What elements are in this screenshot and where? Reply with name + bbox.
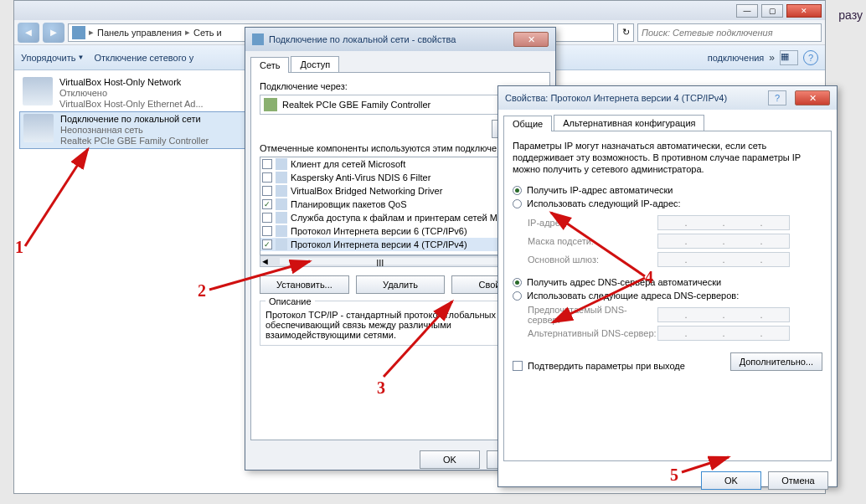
component-icon (276, 198, 287, 210)
close-button[interactable]: ✕ (513, 32, 549, 47)
component-label: Планировщик пакетов QoS (291, 199, 407, 209)
component-label: Протокол Интернета версии 4 (TCP/IPv4) (291, 239, 467, 249)
network-adapter-icon (23, 114, 54, 142)
annotation-number: 5 (670, 465, 678, 485)
remove-button[interactable]: Удалить (356, 275, 446, 294)
dialog-titlebar: Подключение по локальной сети - свойства… (245, 28, 555, 51)
tabbar: Сеть Доступ (250, 56, 550, 72)
maximize-button[interactable]: ▢ (761, 4, 783, 18)
dialog-title: Свойства: Протокол Интернета версии 4 (T… (505, 93, 727, 103)
component-label: VirtualBox Bridged Networking Driver (291, 186, 442, 196)
ipv4-properties-dialog: Свойства: Протокол Интернета версии 4 (T… (497, 85, 838, 487)
organize-menu[interactable]: Упорядочить▼ (21, 53, 84, 63)
checkbox[interactable] (262, 159, 272, 169)
forward-button[interactable]: ► (43, 23, 64, 43)
description-title: Описание (265, 296, 315, 306)
radio-auto-ip[interactable]: Получить IP-адрес автоматически (513, 183, 822, 197)
dns2-label: Альтернативный DNS-сервер: (528, 328, 657, 338)
radio-icon (513, 186, 522, 195)
network-adapter-icon (23, 77, 53, 105)
annotation-number: 2 (198, 281, 206, 301)
component-label: Клиент для сетей Microsoft (291, 159, 405, 169)
tab-network[interactable]: Сеть (250, 57, 289, 73)
component-label: Kaspersky Anti-Virus NDIS 6 Filter (291, 172, 430, 183)
disable-button[interactable]: Отключение сетевого у (94, 53, 193, 63)
tab-access[interactable]: Доступ (291, 56, 339, 72)
breadcrumb-sub[interactable]: Сеть и (193, 28, 222, 38)
network-icon (252, 33, 264, 45)
expand-chevron-icon[interactable]: » (769, 52, 775, 64)
search-placeholder: Поиск: Сетевые подключения (642, 28, 773, 38)
tab-alternative[interactable]: Альтернативная конфигурация (554, 115, 704, 131)
dns2-input: ... (657, 326, 790, 341)
radio-icon (513, 278, 522, 287)
gateway-label: Основной шлюз: (528, 255, 657, 265)
connection-status: Неопознанная сеть (60, 125, 209, 136)
mask-label: Маска подсети: (528, 236, 657, 246)
radio-auto-dns[interactable]: Получить адрес DNS-сервера автоматически (513, 275, 822, 289)
component-icon (276, 239, 287, 250)
close-button[interactable]: ✕ (795, 90, 830, 105)
component-icon (276, 158, 287, 170)
validate-checkbox-row[interactable]: Подтвердить параметры при выходе (513, 361, 685, 371)
adapter-name: Realtek PCIe GBE Family Controller (282, 100, 430, 110)
connection-status: Отключено (59, 88, 204, 99)
minimize-button[interactable]: — (736, 4, 758, 18)
instructions-text: Параметры IP могут назначаться автоматич… (513, 140, 822, 175)
component-label: Протокол Интернета версии 6 (TCP/IPv6) (291, 226, 467, 236)
description-text: Протокол TCP/IP - стандартный протокол г… (265, 310, 535, 340)
breadcrumb-root[interactable]: Панель управления (97, 28, 182, 38)
checkbox[interactable] (262, 226, 272, 236)
cancel-button[interactable]: Отмена (768, 471, 828, 490)
refresh-button[interactable]: ↻ (617, 23, 634, 42)
checkbox[interactable] (262, 213, 272, 223)
help-icon[interactable]: ? (803, 50, 818, 65)
annotation-number: 3 (377, 378, 385, 398)
close-button[interactable]: ✕ (786, 4, 822, 18)
annotation-number: 4 (645, 268, 653, 287)
connection-adapter: VirtualBox Host-Only Ethernet Ad... (59, 99, 204, 110)
radio-icon (513, 199, 522, 208)
ip-input: ... (657, 215, 790, 230)
network-icon (72, 26, 85, 39)
component-icon (276, 225, 287, 237)
dialog-title: Подключение по локальной сети - свойства (269, 34, 456, 44)
view-icon[interactable]: ▦ (780, 50, 798, 65)
checkbox[interactable] (262, 172, 272, 183)
dns1-label: Предпочитаемый DNS-сервер: (528, 305, 657, 325)
radio-manual-dns[interactable]: Использовать следующие адреса DNS-сервер… (513, 289, 822, 302)
component-icon (276, 212, 287, 224)
chevron-icon: ▸ (185, 27, 190, 38)
ip-label: IP-адрес: (528, 218, 657, 228)
checkbox[interactable]: ✓ (262, 239, 272, 249)
gateway-input: ... (657, 252, 790, 267)
tab-body: Параметры IP могут назначаться автоматич… (503, 131, 832, 461)
tab-general[interactable]: Общие (503, 116, 552, 131)
advanced-button[interactable]: Дополнительно... (730, 352, 822, 371)
background-text: разу (838, 8, 863, 22)
search-input[interactable]: Поиск: Сетевые подключения (637, 23, 822, 42)
checkbox[interactable] (262, 186, 272, 196)
radio-manual-ip[interactable]: Использовать следующий IP-адрес: (513, 197, 822, 210)
component-icon (276, 185, 287, 197)
adapter-icon (264, 98, 277, 111)
checkbox[interactable]: ✓ (262, 199, 272, 209)
explorer-titlebar: — ▢ ✕ (14, 1, 825, 20)
annotation-number: 1 (15, 238, 23, 257)
ip-fields: IP-адрес:... Маска подсети:... Основной … (528, 213, 822, 269)
back-button[interactable]: ◄ (18, 23, 39, 43)
dns-fields: Предпочитаемый DNS-сервер:... Альтернати… (528, 306, 822, 342)
connection-name: VirtualBox Host-Only Network (59, 77, 204, 88)
radio-icon (513, 291, 522, 301)
connection-name: Подключение по локальной сети (60, 114, 209, 125)
component-icon (276, 172, 287, 183)
dialog-titlebar: Свойства: Протокол Интернета версии 4 (T… (498, 86, 837, 110)
ok-button[interactable]: OK (420, 450, 480, 469)
component-label: Служба доступа к файлам и принтерам сете… (291, 213, 497, 223)
ok-button[interactable]: OK (701, 471, 761, 490)
help-button[interactable]: ? (768, 90, 786, 105)
checkbox[interactable] (513, 361, 523, 371)
install-button[interactable]: Установить... (260, 275, 349, 294)
mask-input: ... (657, 234, 790, 249)
tabbar: Общие Альтернативная конфигурация (503, 115, 832, 131)
